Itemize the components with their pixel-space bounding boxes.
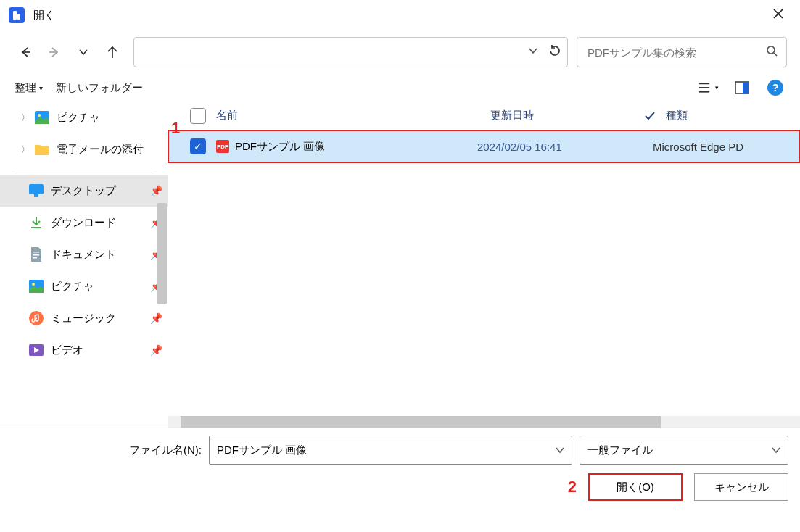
close-button[interactable] (765, 4, 791, 28)
music-icon (29, 311, 44, 325)
filename-input[interactable]: PDFサンプル 画像 (209, 436, 572, 465)
preview-pane-button[interactable] (732, 78, 752, 98)
annotation-1: 1 (171, 119, 180, 138)
column-date[interactable]: 更新日時 (490, 109, 644, 122)
sidebar-item-downloads[interactable]: ダウンロード 📌 (0, 207, 168, 238)
svg-point-7 (767, 46, 775, 54)
view-menu-button[interactable]: ▾ (698, 78, 719, 98)
pin-icon: 📌 (150, 344, 162, 356)
sidebar: 〉 ピクチャ 〉 電子メールの添付 デスクトップ 📌 ダウンロード 📌 ドキュ (0, 101, 168, 428)
refresh-icon[interactable] (548, 44, 561, 60)
address-dropdown-icon[interactable] (528, 46, 538, 59)
picture-folder-icon (35, 110, 49, 125)
sidebar-item-label: ミュージック (51, 312, 116, 325)
svg-rect-16 (29, 184, 44, 194)
sidebar-item-music[interactable]: ミュージック 📌 (0, 302, 168, 334)
search-box[interactable] (577, 37, 787, 67)
toolbar: 整理 ▾ 新しいフォルダー ▾ ? (0, 74, 800, 101)
file-name: PDFサンプル 画像 (235, 140, 325, 154)
nav-bar (0, 30, 800, 74)
app-icon (9, 7, 25, 23)
svg-rect-0 (13, 11, 17, 20)
svg-point-15 (38, 114, 41, 117)
download-icon (29, 215, 44, 230)
chevron-right-icon: 〉 (20, 144, 30, 156)
svg-rect-19 (33, 252, 39, 253)
svg-rect-17 (34, 194, 38, 197)
svg-rect-21 (33, 257, 37, 259)
divider (15, 170, 154, 170)
sidebar-item-videos[interactable]: ビデオ 📌 (0, 334, 168, 366)
sidebar-item-pictures[interactable]: ピクチャ 📌 (0, 270, 168, 302)
footer: ファイル名(N): PDFサンプル 画像 一般ファイル 2 開く(O) キャンセ… (0, 428, 800, 516)
back-button[interactable] (13, 40, 38, 65)
file-type: Microsoft Edge PD (653, 141, 794, 153)
file-list: 名前 更新日時 種類 1 ✓ PDF PDFサンプル 画像 2024/02/05… (168, 101, 800, 428)
chevron-right-icon: 〉 (20, 112, 30, 124)
sidebar-item-label: ビデオ (51, 344, 83, 357)
file-row[interactable]: ✓ PDF PDFサンプル 画像 2024/02/05 16:41 Micros… (168, 130, 800, 162)
chevron-down-icon[interactable] (772, 444, 780, 457)
file-date: 2024/02/05 16:41 (477, 141, 631, 153)
sidebar-item-label: デスクトップ (51, 184, 116, 198)
select-all-checkbox[interactable] (190, 108, 206, 124)
svg-rect-20 (33, 254, 39, 256)
open-button[interactable]: 開く(O) (588, 473, 683, 501)
chevron-down-icon[interactable] (556, 444, 564, 457)
search-input[interactable] (586, 46, 766, 59)
svg-point-23 (32, 283, 35, 286)
tree-item-label: 電子メールの添付 (57, 143, 144, 157)
up-button[interactable] (100, 40, 125, 65)
recent-dropdown[interactable] (71, 40, 96, 65)
pin-icon: 📌 (150, 312, 162, 324)
sidebar-item-documents[interactable]: ドキュメント 📌 (0, 238, 168, 270)
tree-item-label: ピクチャ (57, 111, 100, 125)
window-title: 開く (33, 9, 55, 22)
column-check[interactable] (644, 111, 666, 121)
sidebar-item-label: ドキュメント (51, 248, 116, 262)
document-icon (29, 247, 44, 262)
pdf-file-icon: PDF (216, 140, 229, 153)
address-bar[interactable] (133, 37, 568, 67)
pin-icon: 📌 (150, 185, 162, 196)
row-checkbox[interactable]: ✓ (190, 138, 206, 154)
new-folder-button[interactable]: 新しいフォルダー (56, 81, 143, 95)
folder-icon (35, 142, 49, 157)
svg-rect-1 (17, 14, 20, 20)
sidebar-item-desktop[interactable]: デスクトップ 📌 (0, 175, 168, 207)
column-type[interactable]: 種類 (666, 109, 794, 122)
tree-item-email-attachments[interactable]: 〉 電子メールの添付 (0, 133, 168, 165)
search-icon[interactable] (766, 45, 778, 59)
svg-line-8 (774, 53, 777, 56)
desktop-icon (29, 183, 44, 198)
help-button[interactable]: ? (765, 78, 785, 98)
picture-icon (29, 279, 44, 294)
sidebar-item-label: ダウンロード (51, 216, 116, 230)
column-headers: 名前 更新日時 種類 (168, 101, 800, 130)
tree-item-pictures[interactable]: 〉 ピクチャ (0, 101, 168, 133)
sidebar-item-label: ピクチャ (51, 280, 94, 294)
organize-button[interactable]: 整理 ▾ (15, 81, 43, 95)
title-bar: 開く (0, 0, 800, 30)
forward-button[interactable] (42, 40, 67, 65)
column-name[interactable]: 名前 (216, 109, 490, 122)
filename-label: ファイル名(N): (129, 444, 202, 457)
content-area: 〉 ピクチャ 〉 電子メールの添付 デスクトップ 📌 ダウンロード 📌 ドキュ (0, 101, 800, 428)
svg-rect-13 (743, 82, 749, 93)
filetype-select[interactable]: 一般ファイル (580, 436, 788, 465)
video-icon (29, 343, 44, 357)
horizontal-scrollbar[interactable] (168, 416, 800, 428)
cancel-button[interactable]: キャンセル (694, 473, 788, 501)
sidebar-scrollbar[interactable] (157, 203, 167, 304)
annotation-2: 2 (568, 478, 577, 496)
